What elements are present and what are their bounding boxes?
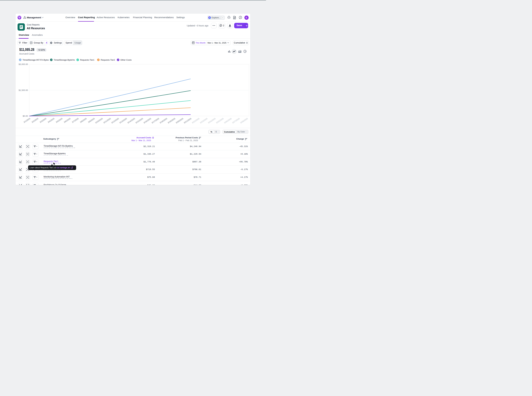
svg-text:3/3/2025: 3/3/2025 (39, 117, 47, 123)
svg-text:3/23/2025: 3/23/2025 (199, 117, 208, 124)
svg-text:3/19/2025: 3/19/2025 (167, 117, 176, 124)
svg-text:3/7/2025: 3/7/2025 (71, 117, 79, 123)
svg-text:3/11/2025: 3/11/2025 (103, 117, 111, 124)
svg-text:$3,000.00: $3,000.00 (19, 63, 28, 65)
svg-text:3/22/2025: 3/22/2025 (191, 117, 200, 124)
svg-text:3/25/2025: 3/25/2025 (216, 117, 224, 124)
svg-text:3/6/2025: 3/6/2025 (64, 117, 71, 123)
svg-text:3/4/2025: 3/4/2025 (47, 117, 55, 123)
svg-text:3/2/2025: 3/2/2025 (31, 117, 39, 123)
svg-text:3/18/2025: 3/18/2025 (159, 117, 168, 124)
svg-text:3/16/2025: 3/16/2025 (143, 117, 151, 124)
svg-text:3/1/2025: 3/1/2025 (23, 117, 31, 123)
svg-text:3/14/2025: 3/14/2025 (127, 117, 135, 124)
svg-text:3/8/2025: 3/8/2025 (80, 117, 87, 123)
svg-text:3/21/2025: 3/21/2025 (183, 117, 192, 124)
svg-text:3/27/2025: 3/27/2025 (232, 117, 240, 124)
svg-text:3/13/2025: 3/13/2025 (119, 117, 127, 124)
svg-text:3/15/2025: 3/15/2025 (135, 117, 143, 124)
svg-text:3/17/2025: 3/17/2025 (151, 117, 160, 124)
svg-text:3/12/2025: 3/12/2025 (111, 117, 119, 124)
svg-text:3/9/2025: 3/9/2025 (88, 117, 95, 123)
svg-text:3/24/2025: 3/24/2025 (208, 117, 216, 124)
svg-text:3/20/2025: 3/20/2025 (175, 117, 184, 124)
svg-text:?: ? (240, 17, 241, 18)
svg-text:3/10/2025: 3/10/2025 (95, 117, 103, 124)
svg-text:3/26/2025: 3/26/2025 (224, 117, 232, 124)
svg-text:3/28/2025: 3/28/2025 (240, 117, 248, 124)
svg-text:3/5/2025: 3/5/2025 (55, 117, 63, 123)
svg-text:$1,500.00: $1,500.00 (19, 89, 28, 91)
svg-text:$0.00: $0.00 (23, 115, 28, 117)
